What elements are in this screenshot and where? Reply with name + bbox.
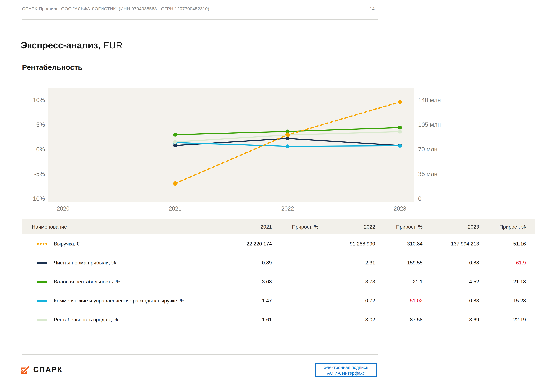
metric-value: -51.02 xyxy=(375,298,423,304)
table-row: Выручка, €22 220 17491 288 990310.84137 … xyxy=(22,235,535,253)
series-marker-3 xyxy=(286,144,290,148)
signature-line1: Электронная подпись xyxy=(323,365,368,370)
metric-value: 310.84 xyxy=(375,241,423,247)
x-axis-label: 2023 xyxy=(394,205,406,212)
right-axis-tick: 0 xyxy=(418,195,422,202)
series-marker-4 xyxy=(398,130,402,134)
metric-value: 0.89 xyxy=(220,260,272,266)
metric-value: 15.28 xyxy=(479,298,526,304)
right-axis-tick: 140 млн xyxy=(418,97,441,103)
series-marker-2 xyxy=(398,126,402,129)
series-marker-4 xyxy=(173,140,177,144)
metric-value: -61.9 xyxy=(479,260,526,266)
legend-swatch xyxy=(37,319,47,321)
metric-name-cell: Рентабельность продаж, % xyxy=(22,317,220,323)
right-axis-tick: 70 млн xyxy=(418,146,438,153)
metric-name-cell: Выручка, € xyxy=(22,241,220,247)
left-axis-tick: 5% xyxy=(36,121,45,128)
signature-line2: АО ИА Интерфакс xyxy=(327,370,365,376)
left-axis-tick: 10% xyxy=(33,97,45,103)
table-row: Рентабельность продаж, %1.613.0287.583.6… xyxy=(22,310,535,329)
table-header-row: Наименование2021Прирост, %2022Прирост, %… xyxy=(22,219,535,235)
right-axis-tick: 105 млн xyxy=(418,121,441,128)
page-number: 14 xyxy=(367,6,377,11)
x-axis-label: 2022 xyxy=(281,205,294,212)
table-row: Валовая рентабельность, %3.083.7321.14.5… xyxy=(22,272,535,291)
metric-value: 4.52 xyxy=(423,279,479,285)
metric-value: 51.16 xyxy=(479,241,526,247)
table-row: Коммерческие и управленческие расходы к … xyxy=(22,291,535,310)
metric-value: 3.08 xyxy=(220,279,272,285)
metric-value: 0.88 xyxy=(423,260,479,266)
metric-label: Выручка, € xyxy=(54,241,80,247)
page-title-currency: , EUR xyxy=(98,40,123,50)
page-title: Экспресс-анализ, EUR xyxy=(21,40,123,50)
spark-logo: СПАРК xyxy=(21,366,63,374)
left-axis-tick: -5% xyxy=(34,171,45,177)
metric-value: 1.61 xyxy=(220,317,272,323)
column-header: Прирост, % xyxy=(375,224,423,230)
left-axis-tick: 0% xyxy=(36,146,45,153)
metrics-table: Наименование2021Прирост, %2022Прирост, %… xyxy=(22,219,535,329)
left-axis-tick: -10% xyxy=(31,195,45,202)
series-marker-2 xyxy=(173,133,177,136)
footer-divider xyxy=(22,354,378,355)
profitability-line-chart: 10%5%0%-5%-10%140 млн105 млн70 млн35 млн… xyxy=(22,85,465,221)
metric-value: 159.55 xyxy=(375,260,423,266)
metric-name-cell: Коммерческие и управленческие расходы к … xyxy=(22,298,220,304)
metric-value: 1.47 xyxy=(220,298,272,304)
right-axis-tick: 35 млн xyxy=(418,171,438,177)
metric-label: Коммерческие и управленческие расходы к … xyxy=(54,298,184,304)
x-axis-label: 2021 xyxy=(169,205,182,212)
x-axis-label: 2020 xyxy=(57,205,69,212)
metric-value: 3.73 xyxy=(319,279,375,285)
metric-value: 22 220 174 xyxy=(220,241,272,247)
header-divider xyxy=(22,19,378,20)
spark-logo-text: СПАРК xyxy=(33,366,63,374)
metric-value: 137 994 213 xyxy=(423,241,479,247)
spark-logo-icon xyxy=(21,366,30,374)
metric-value: 22.19 xyxy=(479,317,526,323)
table-row: Чистая норма прибыли, %0.892.31159.550.8… xyxy=(22,253,535,272)
metric-value: 87.58 xyxy=(375,317,423,323)
metric-name-cell: Чистая норма прибыли, % xyxy=(22,260,220,266)
column-header: Наименование xyxy=(22,224,220,230)
column-header: Прирост, % xyxy=(272,224,319,230)
legend-swatch xyxy=(37,281,47,283)
legend-swatch xyxy=(37,300,47,302)
legend-swatch xyxy=(37,243,47,245)
column-header: 2021 xyxy=(220,224,272,230)
legend-swatch xyxy=(37,262,47,264)
metric-value: 3.02 xyxy=(319,317,375,323)
column-header: 2022 xyxy=(319,224,375,230)
metric-value: 2.31 xyxy=(319,260,375,266)
metric-value: 21.1 xyxy=(375,279,423,285)
metric-label: Валовая рентабельность, % xyxy=(54,279,120,285)
series-marker-3 xyxy=(398,144,402,148)
metric-value: 0.83 xyxy=(423,298,479,304)
column-header: Прирост, % xyxy=(479,224,526,230)
metric-label: Рентабельность продаж, % xyxy=(54,317,118,323)
metric-value: 0.72 xyxy=(319,298,375,304)
column-header: 2023 xyxy=(423,224,479,230)
electronic-signature-stamp: Электронная подпись АО ИА Интерфакс xyxy=(315,363,377,377)
section-title: Рентабельность xyxy=(22,63,82,71)
metric-value: 3.69 xyxy=(423,317,479,323)
metric-value: 91 288 990 xyxy=(319,241,375,247)
document-page: СПАРК-Профиль: ООО "АЛЬФА-ЛОГИСТИК" (ИНН… xyxy=(0,0,555,392)
metric-label: Чистая норма прибыли, % xyxy=(54,260,116,266)
metric-name-cell: Валовая рентабельность, % xyxy=(22,279,220,285)
document-header: СПАРК-Профиль: ООО "АЛЬФА-ЛОГИСТИК" (ИНН… xyxy=(22,6,209,11)
page-title-main: Экспресс-анализ xyxy=(21,40,98,50)
metric-value: 21.18 xyxy=(479,279,526,285)
